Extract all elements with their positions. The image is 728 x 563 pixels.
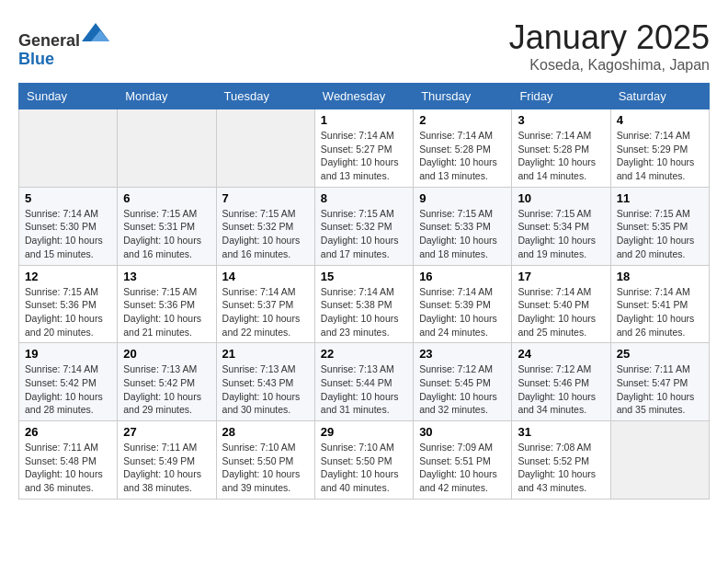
day-number: 16 <box>419 270 506 283</box>
day-number: 30 <box>419 425 506 439</box>
day-number: 23 <box>419 347 506 361</box>
day-info: Sunrise: 7:14 AMSunset: 5:40 PMDaylight:… <box>518 285 604 339</box>
calendar-cell: 8Sunrise: 7:15 AMSunset: 5:32 PMDaylight… <box>314 187 413 265</box>
day-number: 31 <box>518 425 604 439</box>
day-info: Sunrise: 7:14 AMSunset: 5:38 PMDaylight:… <box>321 285 407 339</box>
page-header: General Blue January 2025 Koseda, Kagosh… <box>18 18 710 74</box>
calendar-cell <box>216 109 314 188</box>
day-info: Sunrise: 7:13 AMSunset: 5:42 PMDaylight:… <box>123 362 210 417</box>
calendar-cell: 20Sunrise: 7:13 AMSunset: 5:42 PMDayligh… <box>118 343 216 421</box>
calendar-cell <box>610 421 709 500</box>
logo-icon <box>82 18 109 46</box>
day-number: 4 <box>617 113 703 127</box>
day-info: Sunrise: 7:12 AMSunset: 5:46 PMDaylight:… <box>518 362 604 417</box>
calendar-cell: 18Sunrise: 7:14 AMSunset: 5:41 PMDayligh… <box>610 265 709 343</box>
calendar-cell: 17Sunrise: 7:14 AMSunset: 5:40 PMDayligh… <box>512 265 610 343</box>
day-info: Sunrise: 7:11 AMSunset: 5:49 PMDaylight:… <box>123 441 210 495</box>
calendar-cell: 23Sunrise: 7:12 AMSunset: 5:45 PMDayligh… <box>414 343 512 421</box>
day-number: 27 <box>123 425 210 439</box>
day-info: Sunrise: 7:15 AMSunset: 5:31 PMDaylight:… <box>123 207 210 261</box>
calendar-table: SundayMondayTuesdayWednesdayThursdayFrid… <box>18 83 710 500</box>
calendar-cell: 7Sunrise: 7:15 AMSunset: 5:32 PMDaylight… <box>216 187 314 265</box>
calendar-cell: 5Sunrise: 7:14 AMSunset: 5:30 PMDaylight… <box>19 187 118 265</box>
calendar-cell: 29Sunrise: 7:10 AMSunset: 5:50 PMDayligh… <box>314 421 413 500</box>
calendar-cell: 14Sunrise: 7:14 AMSunset: 5:37 PMDayligh… <box>216 265 314 343</box>
day-number: 5 <box>25 191 111 205</box>
day-info: Sunrise: 7:15 AMSunset: 5:36 PMDaylight:… <box>123 285 210 339</box>
day-info: Sunrise: 7:13 AMSunset: 5:44 PMDaylight:… <box>321 362 407 417</box>
logo: General Blue <box>18 18 109 69</box>
calendar-cell: 15Sunrise: 7:14 AMSunset: 5:38 PMDayligh… <box>314 265 413 343</box>
calendar-cell: 3Sunrise: 7:14 AMSunset: 5:28 PMDaylight… <box>512 109 610 188</box>
day-info: Sunrise: 7:14 AMSunset: 5:28 PMDaylight:… <box>419 129 506 183</box>
calendar-cell: 12Sunrise: 7:15 AMSunset: 5:36 PMDayligh… <box>19 265 118 343</box>
day-info: Sunrise: 7:08 AMSunset: 5:52 PMDaylight:… <box>518 441 604 495</box>
day-number: 14 <box>222 270 309 283</box>
day-number: 9 <box>419 191 506 205</box>
day-info: Sunrise: 7:12 AMSunset: 5:45 PMDaylight:… <box>419 362 506 417</box>
day-number: 6 <box>123 191 210 205</box>
day-info: Sunrise: 7:14 AMSunset: 5:42 PMDaylight:… <box>25 362 111 417</box>
calendar-cell: 16Sunrise: 7:14 AMSunset: 5:39 PMDayligh… <box>414 265 512 343</box>
day-info: Sunrise: 7:11 AMSunset: 5:47 PMDaylight:… <box>617 362 703 417</box>
day-info: Sunrise: 7:15 AMSunset: 5:32 PMDaylight:… <box>222 207 309 261</box>
day-info: Sunrise: 7:14 AMSunset: 5:30 PMDaylight:… <box>25 207 111 261</box>
day-info: Sunrise: 7:15 AMSunset: 5:34 PMDaylight:… <box>518 207 604 261</box>
day-info: Sunrise: 7:14 AMSunset: 5:41 PMDaylight:… <box>617 285 703 339</box>
day-number: 1 <box>321 113 407 127</box>
day-info: Sunrise: 7:10 AMSunset: 5:50 PMDaylight:… <box>321 441 407 495</box>
calendar-cell <box>19 109 118 188</box>
day-info: Sunrise: 7:15 AMSunset: 5:32 PMDaylight:… <box>321 207 407 261</box>
day-number: 28 <box>222 425 309 439</box>
day-number: 29 <box>321 425 407 439</box>
day-info: Sunrise: 7:14 AMSunset: 5:29 PMDaylight:… <box>617 129 703 183</box>
weekday-header-thursday: Thursday <box>414 84 512 109</box>
day-number: 19 <box>25 347 111 361</box>
calendar-subtitle: Koseda, Kagoshima, Japan <box>509 57 710 74</box>
day-info: Sunrise: 7:14 AMSunset: 5:27 PMDaylight:… <box>321 129 407 183</box>
logo-blue: Blue <box>18 50 54 68</box>
logo-general: General <box>18 31 80 50</box>
day-number: 2 <box>419 113 506 127</box>
day-number: 25 <box>617 347 703 361</box>
weekday-header-sunday: Sunday <box>19 84 118 109</box>
calendar-cell: 27Sunrise: 7:11 AMSunset: 5:49 PMDayligh… <box>118 421 216 500</box>
day-number: 11 <box>617 191 703 205</box>
calendar-cell: 22Sunrise: 7:13 AMSunset: 5:44 PMDayligh… <box>314 343 413 421</box>
calendar-cell: 24Sunrise: 7:12 AMSunset: 5:46 PMDayligh… <box>512 343 610 421</box>
day-info: Sunrise: 7:14 AMSunset: 5:28 PMDaylight:… <box>518 129 604 183</box>
day-number: 20 <box>123 347 210 361</box>
calendar-cell: 30Sunrise: 7:09 AMSunset: 5:51 PMDayligh… <box>414 421 512 500</box>
day-info: Sunrise: 7:13 AMSunset: 5:43 PMDaylight:… <box>222 362 309 417</box>
day-info: Sunrise: 7:14 AMSunset: 5:37 PMDaylight:… <box>222 285 309 339</box>
day-info: Sunrise: 7:09 AMSunset: 5:51 PMDaylight:… <box>419 441 506 495</box>
calendar-cell <box>118 109 216 188</box>
day-number: 18 <box>617 270 703 283</box>
day-number: 13 <box>123 270 210 283</box>
day-number: 21 <box>222 347 309 361</box>
calendar-cell: 13Sunrise: 7:15 AMSunset: 5:36 PMDayligh… <box>118 265 216 343</box>
day-info: Sunrise: 7:14 AMSunset: 5:39 PMDaylight:… <box>419 285 506 339</box>
calendar-cell: 2Sunrise: 7:14 AMSunset: 5:28 PMDaylight… <box>414 109 512 188</box>
calendar-cell: 21Sunrise: 7:13 AMSunset: 5:43 PMDayligh… <box>216 343 314 421</box>
weekday-header-friday: Friday <box>512 84 610 109</box>
day-number: 26 <box>25 425 111 439</box>
calendar-cell: 1Sunrise: 7:14 AMSunset: 5:27 PMDaylight… <box>314 109 413 188</box>
day-number: 22 <box>321 347 407 361</box>
day-number: 10 <box>518 191 604 205</box>
day-number: 17 <box>518 270 604 283</box>
day-number: 15 <box>321 270 407 283</box>
calendar-cell: 25Sunrise: 7:11 AMSunset: 5:47 PMDayligh… <box>610 343 709 421</box>
calendar-cell: 26Sunrise: 7:11 AMSunset: 5:48 PMDayligh… <box>19 421 118 500</box>
day-number: 7 <box>222 191 309 205</box>
day-info: Sunrise: 7:15 AMSunset: 5:35 PMDaylight:… <box>617 207 703 261</box>
day-number: 3 <box>518 113 604 127</box>
day-info: Sunrise: 7:11 AMSunset: 5:48 PMDaylight:… <box>25 441 111 495</box>
weekday-header-saturday: Saturday <box>610 84 709 109</box>
day-info: Sunrise: 7:15 AMSunset: 5:33 PMDaylight:… <box>419 207 506 261</box>
calendar-cell: 6Sunrise: 7:15 AMSunset: 5:31 PMDaylight… <box>118 187 216 265</box>
calendar-cell: 31Sunrise: 7:08 AMSunset: 5:52 PMDayligh… <box>512 421 610 500</box>
calendar-cell: 9Sunrise: 7:15 AMSunset: 5:33 PMDaylight… <box>414 187 512 265</box>
calendar-cell: 28Sunrise: 7:10 AMSunset: 5:50 PMDayligh… <box>216 421 314 500</box>
weekday-header-wednesday: Wednesday <box>314 84 413 109</box>
